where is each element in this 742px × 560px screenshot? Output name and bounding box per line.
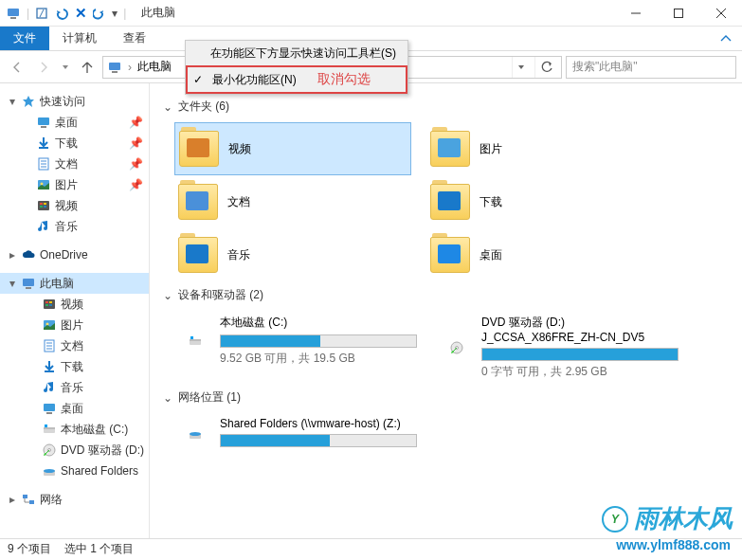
section-devices-header[interactable]: ⌄ 设备和驱动器 (2) [163,287,729,303]
qat-redo2-icon[interactable] [93,7,106,20]
sidebar-item[interactable]: 桌面📌 [0,112,149,133]
annotation-cancel: 取消勾选 [308,71,380,88]
status-selected: 选中 1 个项目 [64,541,134,557]
qat-properties-icon[interactable] [35,7,48,20]
drive-usage-bar [220,334,417,348]
watermark-brand: 雨林木风 [634,502,733,535]
folder-item[interactable]: 视频 [174,122,411,175]
star-icon [21,94,36,109]
search-placeholder: 搜索"此电脑" [572,59,638,75]
tab-view[interactable]: 查看 [110,27,159,50]
sidebar-item[interactable]: 视频 [0,195,149,216]
svg-point-45 [44,469,55,473]
nav-forward-button[interactable] [32,56,55,79]
nav-recent-dropdown[interactable] [59,56,72,79]
sidebar-item[interactable]: 文档📌 [0,154,149,174]
sidebar-item[interactable]: 图片📌 [0,174,149,195]
pic-icon [36,177,51,192]
drive-usage-bar [220,434,417,447]
video-icon [36,198,51,213]
tab-computer[interactable]: 计算机 [49,27,110,50]
sidebar-item[interactable]: 桌面 [0,398,149,419]
status-item-count: 9 个项目 [8,541,51,557]
drive-label: DVD 驱动器 (D:) J_CCSA_X86FRE_ZH-CN_DV5 [481,315,679,344]
folder-item[interactable]: 图片 [426,122,663,175]
video-icon [42,297,57,312]
svg-rect-50 [190,336,193,339]
minimize-button[interactable] [614,0,657,27]
section-folders-header[interactable]: ⌄ 文件夹 (6) [163,99,729,115]
sidebar-item-label: 音乐 [55,219,149,235]
folder-label: 下载 [480,194,502,210]
sidebar-item[interactable]: 图片 [0,315,149,335]
svg-point-54 [190,432,201,436]
section-network-title: 网络位置 (1) [178,389,241,406]
svg-rect-8 [112,71,118,73]
folder-item[interactable]: 文档 [174,175,411,228]
tab-file[interactable]: 文件 [0,27,49,50]
sidebar-item[interactable]: 本地磁盘 (C:) [0,419,149,440]
menu-minimize-ribbon[interactable]: ✓ 最小化功能区(N) [188,67,308,92]
svg-rect-26 [45,301,48,303]
sidebar-item[interactable]: ▸网络 [0,489,149,510]
sidebar-item[interactable]: 视频 [0,294,149,315]
folder-label: 视频 [228,141,251,157]
sidebar-item[interactable]: ▸OneDrive [0,244,149,265]
pin-icon: 📌 [129,136,143,150]
sidebar-item[interactable]: 音乐 [0,216,149,237]
breadcrumb-sep[interactable]: › [128,61,132,74]
svg-rect-23 [23,279,34,286]
maximize-button[interactable] [657,0,699,27]
pin-icon: 📌 [129,157,143,171]
section-network-header[interactable]: ⌄ 网络位置 (1) [163,389,729,406]
doc-icon [36,156,51,172]
sidebar-item[interactable]: 文档 [0,335,149,356]
close-button[interactable] [699,0,742,27]
sidebar-item[interactable]: ▾此电脑 [0,273,149,294]
svg-rect-10 [41,126,46,128]
sidebar-item-label: 此电脑 [40,276,149,292]
pin-icon: 📌 [129,178,143,191]
nav-back-button[interactable] [6,56,28,79]
pc-icon [21,276,36,291]
sidebar-item-label: 下载 [55,135,125,152]
sidebar-item[interactable]: 下载 [0,356,149,377]
refresh-button[interactable] [534,57,557,78]
dvd-icon [42,443,57,458]
drive-sublabel: 9.52 GB 可用，共 19.5 GB [220,351,417,367]
drive-item[interactable]: 本地磁盘 (C:)9.52 GB 可用，共 19.5 GB [174,311,421,384]
search-input[interactable]: 搜索"此电脑" [566,56,736,79]
sidebar-item[interactable]: ▾快速访问 [0,91,149,112]
system-icon[interactable] [6,6,21,21]
svg-rect-22 [44,206,46,208]
nav-up-button[interactable] [76,56,99,79]
sidebar-item[interactable]: 音乐 [0,377,149,398]
desktop-icon [42,401,57,416]
svg-rect-4 [674,9,682,17]
breadcrumb-location[interactable]: 此电脑 [137,59,172,75]
sidebar-item[interactable]: DVD 驱动器 (D:) [0,440,149,461]
window-title: 此电脑 [141,5,175,21]
folder-item[interactable]: 桌面 [426,228,663,281]
qat-dropdown-icon[interactable]: ▾ [112,7,118,20]
folder-icon [178,237,218,273]
qat-redo-icon[interactable]: ✕ [75,5,87,22]
sidebar-item[interactable]: Shared Folders [0,461,149,481]
svg-rect-21 [40,206,43,208]
chevron-icon: ▸ [8,493,17,506]
ribbon-expand-icon[interactable] [710,27,742,50]
sidebar-item[interactable]: 下载📌 [0,133,149,154]
sidebar-item-label: 快速访问 [40,94,149,110]
folder-item[interactable]: 下载 [426,175,663,228]
svg-rect-49 [190,339,201,341]
folder-item[interactable]: 音乐 [174,228,411,281]
folder-label: 文档 [227,194,250,210]
qat-undo-icon[interactable] [54,7,69,20]
sidebar-item-label: Shared Folders [61,464,149,478]
pic-icon [42,317,57,333]
drive-item[interactable]: Shared Folders (\\vmware-host) (Z:) [174,413,421,454]
address-history-dropdown[interactable] [512,57,529,78]
drive-item[interactable]: DVD 驱动器 (D:) J_CCSA_X86FRE_ZH-CN_DV50 字节… [436,311,682,384]
menu-show-qat[interactable]: 在功能区下方显示快速访问工具栏(S) [186,41,407,65]
download-icon [42,359,57,374]
